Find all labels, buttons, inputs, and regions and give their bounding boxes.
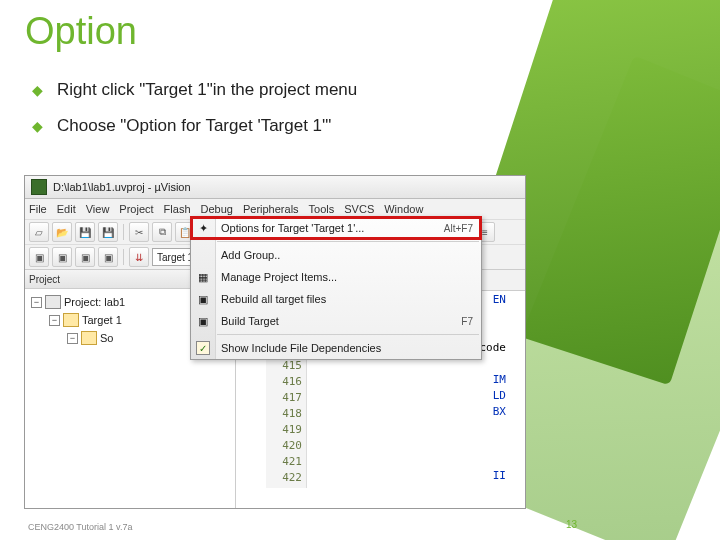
save-icon[interactable]: 💾 [75, 222, 95, 242]
separator [123, 249, 124, 265]
line-number: 415 [270, 358, 302, 374]
bullet-arrow-icon: ◆ [32, 82, 43, 98]
code-token: BX [316, 404, 506, 420]
code-token: II [316, 468, 506, 484]
wand-icon: ✦ [195, 220, 211, 236]
menu-item-label: Manage Project Items... [221, 271, 473, 283]
tree-label: Target 1 [82, 311, 122, 329]
menu-flash[interactable]: Flash [164, 203, 191, 215]
open-icon[interactable]: 📂 [52, 222, 72, 242]
window-title-text: D:\lab1\lab1.uvproj - µVision [53, 181, 191, 193]
cut-icon[interactable]: ✂ [129, 222, 149, 242]
check-icon: ✓ [195, 340, 211, 356]
code-token: IM [316, 372, 506, 388]
save-all-icon[interactable]: 💾 [98, 222, 118, 242]
bullet-text: Right click "Target 1"in the project men… [57, 80, 357, 100]
tree-label: Project: lab1 [64, 293, 125, 311]
menu-rebuild-all[interactable]: ▣ Rebuild all target files [191, 288, 481, 310]
bullet-list: ◆ Right click "Target 1"in the project m… [32, 80, 357, 152]
bullet-text: Choose "Option for Target 'Target 1'" [57, 116, 331, 136]
menu-edit[interactable]: Edit [57, 203, 76, 215]
menu-file[interactable]: File [29, 203, 47, 215]
menu-options-for-target[interactable]: ✦ Options for Target 'Target 1'... Alt+F… [191, 217, 481, 239]
line-number: 421 [270, 454, 302, 470]
menu-item-label: Rebuild all target files [221, 293, 473, 305]
menu-window[interactable]: Window [384, 203, 423, 215]
footer-text: CENG2400 Tutorial 1 v.7a [28, 522, 132, 532]
slide: Option ◆ Right click "Target 1"in the pr… [0, 0, 720, 540]
new-file-icon[interactable]: ▱ [29, 222, 49, 242]
menu-manage-project-items[interactable]: ▦ Manage Project Items... [191, 266, 481, 288]
build-icon[interactable]: ▣ [29, 247, 49, 267]
menu-build-target[interactable]: ▣ Build Target F7 [191, 310, 481, 332]
slide-title: Option [25, 10, 137, 53]
folder-icon [81, 331, 97, 345]
line-number: 419 [270, 422, 302, 438]
menu-separator [217, 241, 479, 242]
menu-svcs[interactable]: SVCS [344, 203, 374, 215]
menu-peripherals[interactable]: Peripherals [243, 203, 299, 215]
line-number: 420 [270, 438, 302, 454]
page-number: 13 [566, 519, 577, 530]
menu-debug[interactable]: Debug [201, 203, 233, 215]
menu-item-shortcut: Alt+F7 [444, 223, 473, 234]
project-icon [45, 295, 61, 309]
menu-separator [217, 334, 479, 335]
stack-icon: ▦ [195, 269, 211, 285]
download-icon[interactable]: ⇊ [129, 247, 149, 267]
tree-collapse-icon[interactable]: − [49, 315, 60, 326]
bullet-item: ◆ Choose "Option for Target 'Target 1'" [32, 116, 357, 136]
menu-tools[interactable]: Tools [309, 203, 335, 215]
bullet-item: ◆ Right click "Target 1"in the project m… [32, 80, 357, 100]
tree-label: So [100, 329, 113, 347]
tree-collapse-icon[interactable]: − [67, 333, 78, 344]
build-icon[interactable]: ▣ [52, 247, 72, 267]
line-number: 418 [270, 406, 302, 422]
bullet-arrow-icon: ◆ [32, 118, 43, 134]
copy-icon[interactable]: ⧉ [152, 222, 172, 242]
line-number: 422 [270, 470, 302, 486]
menu-item-shortcut: F7 [461, 316, 473, 327]
code-token: LD [316, 388, 506, 404]
menu-show-include-deps[interactable]: ✓ Show Include File Dependencies [191, 337, 481, 359]
build-icon[interactable]: ▣ [98, 247, 118, 267]
build-icon[interactable]: ▣ [75, 247, 95, 267]
menu-view[interactable]: View [86, 203, 110, 215]
separator [123, 224, 124, 240]
menu-add-group[interactable]: Add Group.. [191, 244, 481, 266]
project-panel-title: Project [29, 274, 60, 285]
app-icon [31, 179, 47, 195]
menu-item-label: Options for Target 'Target 1'... [221, 222, 444, 234]
window-titlebar: D:\lab1\lab1.uvproj - µVision [25, 176, 525, 199]
menu-item-label: Show Include File Dependencies [221, 342, 473, 354]
line-number: 417 [270, 390, 302, 406]
target-icon [63, 313, 79, 327]
context-menu: ✦ Options for Target 'Target 1'... Alt+F… [190, 216, 482, 360]
build-icon: ▣ [195, 313, 211, 329]
menu-project[interactable]: Project [119, 203, 153, 215]
boxes-icon: ▣ [195, 291, 211, 307]
menu-item-label: Build Target [221, 315, 461, 327]
menu-item-label: Add Group.. [221, 249, 473, 261]
line-number: 416 [270, 374, 302, 390]
tree-collapse-icon[interactable]: − [31, 297, 42, 308]
